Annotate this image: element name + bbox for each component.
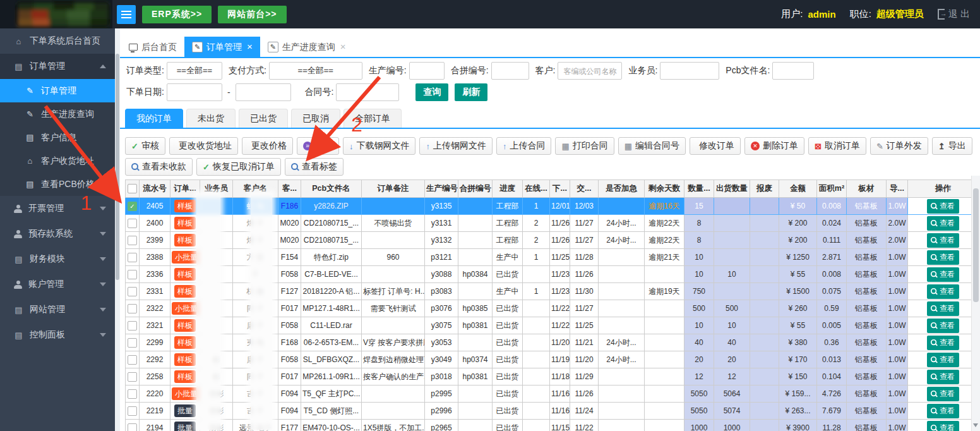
view-button[interactable]: 查看 xyxy=(927,301,959,316)
cell-pcb[interactable]: 20181220-A 铝... xyxy=(301,283,362,300)
top-nav-button-1[interactable]: ERP系统>> xyxy=(142,6,212,23)
cell-pcb[interactable]: CD21080715_... xyxy=(301,232,362,249)
cell-code[interactable]: F094 xyxy=(278,403,301,420)
view-button[interactable]: 查看 xyxy=(927,404,959,418)
cell-code[interactable]: F017 xyxy=(278,300,301,317)
view-button[interactable]: 查看 xyxy=(927,250,959,265)
cell-pcb[interactable]: CD21080715_... xyxy=(301,215,362,232)
row-checkbox[interactable] xyxy=(128,304,137,313)
cell-code[interactable]: F154 xyxy=(278,249,301,266)
sidebar-item-查看PCB价格[interactable]: ▤查看PCB价格 xyxy=(0,173,115,196)
toolbar-button-返单[interactable]: »返单 xyxy=(297,137,339,155)
row-checkbox[interactable] xyxy=(128,338,137,348)
cell-code[interactable]: F058 xyxy=(278,317,301,334)
view-button[interactable]: 查看 xyxy=(927,370,959,384)
row-checkbox[interactable]: ✓ xyxy=(128,202,137,211)
row-checkbox[interactable] xyxy=(128,321,137,331)
row-checkbox[interactable] xyxy=(128,253,137,262)
row-checkbox[interactable] xyxy=(128,389,137,399)
sidebar-item-网站管理[interactable]: ▤网站管理 xyxy=(0,297,115,322)
order-date-start-input[interactable] xyxy=(167,83,222,101)
row-checkbox[interactable] xyxy=(128,219,137,228)
cell-pcb[interactable]: MP261.1-09R1... xyxy=(301,368,362,385)
toolbar-button-编辑合同号[interactable]: ▦编辑合同号 xyxy=(618,137,686,155)
search-button[interactable]: 查询 xyxy=(415,83,448,101)
cell-pcb[interactable]: C7-B-LED-VE... xyxy=(301,266,362,283)
toolbar-button-删除订单[interactable]: ✕删除订单 xyxy=(744,137,804,155)
subtab-已出货[interactable]: 已出货 xyxy=(239,109,288,128)
scroll-down-icon[interactable] xyxy=(973,423,978,427)
cell-pcb[interactable]: 特色灯.zip xyxy=(301,249,362,266)
toolbar-button-取消订单[interactable]: ⊠取消订单 xyxy=(808,137,866,155)
refresh-button[interactable]: 刷新 xyxy=(455,83,487,101)
toolbar-button-打印合同[interactable]: ▦打印合同 xyxy=(555,137,614,155)
sidebar-item-生产进度查询[interactable]: ✎生产进度查询 xyxy=(0,102,115,126)
toolbar-button-审核[interactable]: ✓审核 xyxy=(125,137,165,155)
sidebar-item-账户管理[interactable]: 账户管理 xyxy=(0,272,115,297)
cell-code[interactable]: M020 xyxy=(278,215,301,232)
toolbar-button-修改订单[interactable]: 修改订单 xyxy=(690,137,741,155)
cell-pcb[interactable]: T5_CD 侧灯照... xyxy=(301,403,362,420)
view-button[interactable]: 查看 xyxy=(927,421,959,431)
sidebar-item-客户收货地址[interactable]: ⌂客户收货地址 xyxy=(0,149,115,173)
sidebar-item-财务模块[interactable]: ▤财务模块 xyxy=(0,246,115,272)
cell-code[interactable]: F058 xyxy=(278,266,301,283)
top-nav-button-2[interactable]: 网站前台>> xyxy=(218,6,286,23)
cell-pcb[interactable]: C11-LED.rar xyxy=(301,317,362,334)
view-button[interactable]: 查看 xyxy=(927,199,959,214)
toolbar-button-上传钢网文件[interactable]: ↑上传钢网文件 xyxy=(419,137,493,155)
table-scrollbar-thumb[interactable] xyxy=(973,188,979,302)
view-button[interactable]: 查看 xyxy=(927,319,959,333)
view-button[interactable]: 查看 xyxy=(927,216,959,231)
subtab-我的订单[interactable]: 我的订单 xyxy=(125,109,183,128)
cell-code[interactable]: M020 xyxy=(278,232,301,249)
sidebar-item-订单管理[interactable]: ✎订单管理 xyxy=(0,79,115,102)
cell-code[interactable]: F177 xyxy=(278,420,301,431)
close-icon[interactable]: × xyxy=(247,37,253,57)
filter-input-3[interactable] xyxy=(491,62,529,80)
close-icon[interactable]: × xyxy=(340,37,346,57)
row-checkbox[interactable] xyxy=(128,287,137,296)
filter-input-6[interactable] xyxy=(772,62,814,80)
toolbar-button-查看未收款[interactable]: 查看未收款 xyxy=(125,158,193,176)
cell-pcb[interactable]: EM470-10-OS-... xyxy=(301,420,362,431)
toolbar-button-查看标签[interactable]: 查看标签 xyxy=(285,158,344,176)
view-button[interactable]: 查看 xyxy=(927,267,959,282)
cell-code[interactable]: F168 xyxy=(278,334,301,351)
sidebar-item-订单管理[interactable]: ▤订单管理 xyxy=(0,54,115,79)
filter-select-0[interactable] xyxy=(167,62,222,80)
view-button[interactable]: 查看 xyxy=(927,233,959,248)
order-date-end-input[interactable] xyxy=(236,83,291,101)
sidebar-item-预存款系统[interactable]: 预存款系统 xyxy=(0,221,115,246)
cell-code[interactable]: F127 xyxy=(278,283,301,300)
view-button[interactable]: 查看 xyxy=(927,353,959,367)
toolbar-button-更改价格[interactable]: 更改价格 xyxy=(242,137,293,155)
row-checkbox[interactable] xyxy=(128,372,137,382)
view-button[interactable]: 查看 xyxy=(927,284,959,299)
toolbar-button-导出[interactable]: ↥导出 xyxy=(932,137,972,155)
toolbar-button-更改收货地址[interactable]: 更改收货地址 xyxy=(169,137,238,155)
hamburger-menu-button[interactable] xyxy=(117,5,136,24)
row-checkbox[interactable] xyxy=(128,355,137,365)
filter-input-4[interactable] xyxy=(558,62,622,80)
cell-code[interactable]: F017 xyxy=(278,368,301,385)
cell-code[interactable]: F094 xyxy=(278,385,301,403)
cell-code[interactable]: F186 xyxy=(278,198,301,215)
row-checkbox[interactable] xyxy=(128,423,137,431)
filter-select-1[interactable] xyxy=(269,62,362,80)
subtab-全部订单[interactable]: 全部订单 xyxy=(344,109,402,128)
filter-input-2[interactable] xyxy=(409,62,445,80)
tab-后台首页[interactable]: 后台首页 xyxy=(121,37,184,57)
sidebar-scrollbar-thumb[interactable] xyxy=(116,54,119,280)
sidebar-item-控制面板[interactable]: ▤控制面板 xyxy=(0,322,115,348)
row-checkbox[interactable] xyxy=(128,270,137,279)
select-all-checkbox[interactable] xyxy=(128,184,137,193)
cell-pcb[interactable]: T5_QF 主灯PC... xyxy=(301,385,362,403)
subtab-已取消[interactable]: 已取消 xyxy=(291,109,340,128)
sidebar-item-开票管理[interactable]: 开票管理 xyxy=(0,196,115,221)
filter-input-5[interactable] xyxy=(660,62,719,80)
sidebar-item-下单系统后台首页[interactable]: ⌂下单系统后台首页 xyxy=(0,28,115,54)
cell-code[interactable]: F058 xyxy=(278,351,301,368)
tab-订单管理[interactable]: ✎订单管理× xyxy=(184,37,260,57)
subtab-未出货[interactable]: 未出货 xyxy=(186,109,236,128)
